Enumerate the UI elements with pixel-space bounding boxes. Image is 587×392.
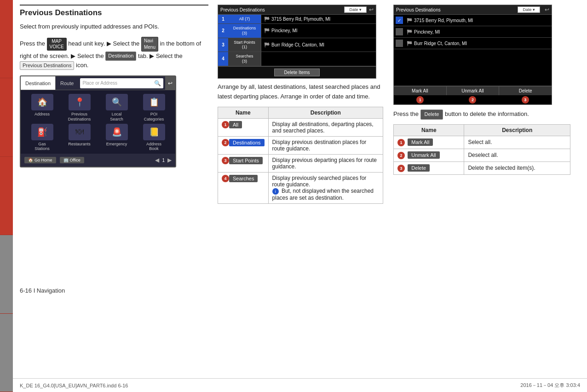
middle-desc-text: Arrange by all, latest destinations, lat… xyxy=(218,82,383,102)
right-table-col-desc: Description xyxy=(464,124,570,136)
rs-checkbox-1[interactable]: ✓ xyxy=(396,17,403,24)
nav-address-item[interactable]: 🏠 Address xyxy=(24,94,60,122)
page-number: 1 xyxy=(162,158,165,163)
table-cell-all-name: 1 All xyxy=(218,119,269,137)
rs-address-2: 🏁 Pinckney, MI xyxy=(405,28,552,36)
pds-header: Previous Destinations Date ▾ ↩ xyxy=(218,5,376,15)
nav-gas-item[interactable]: ⛽ GasStations xyxy=(24,124,60,152)
rs-footer-badges: 1 2 3 xyxy=(394,95,552,104)
back-icon[interactable]: ↩ xyxy=(165,76,175,90)
flag-icon-r3: 🏁 xyxy=(407,41,412,46)
badge-area-1: 1 xyxy=(394,96,446,104)
route-tab[interactable]: Route xyxy=(56,76,78,90)
pds-num-4: 4 xyxy=(218,52,228,66)
nav-prev-dest-item[interactable]: 📍 PreviousDestinations xyxy=(62,94,97,122)
delete-button[interactable]: Delete xyxy=(499,86,552,95)
badge-area-2: 2 xyxy=(446,96,499,104)
address-placeholder: Place or Address xyxy=(82,81,117,86)
right-table-cell-markall-desc: Select all. xyxy=(464,136,570,149)
rs-address-1: 🏁 3715 Berry Rd, Plymouth, MI xyxy=(405,16,552,25)
rs-sort-button[interactable]: Date ▾ xyxy=(518,6,540,13)
pds-tab-destinations[interactable]: Destinations(3) xyxy=(228,24,261,38)
emergency-icon: 🚨 xyxy=(106,124,128,140)
unmark-all-label: Unmark All xyxy=(408,151,439,159)
startpoints-tab-label: Start Points xyxy=(229,157,263,164)
flag-icon-1: 🏁 xyxy=(264,17,270,22)
nav-address-book-item[interactable]: 📒 AddressBook xyxy=(136,124,172,152)
press-delete-text: Press the xyxy=(393,110,420,117)
rs-checkbox-2[interactable] xyxy=(396,28,403,35)
nav-poi-item[interactable]: 📋 POICategories xyxy=(136,94,172,122)
address-label: Address xyxy=(35,112,50,117)
address-text-1: 3715 Berry Rd, Plymouth, MI xyxy=(271,17,330,22)
nav-restaurants-item[interactable]: 🍽 Restaurants xyxy=(62,124,97,152)
rs-refresh-icon[interactable]: ↩ xyxy=(545,6,549,13)
address-book-icon: 📒 xyxy=(143,124,165,140)
table-cell-search-desc: Display previously searched places for r… xyxy=(268,173,383,204)
intro-text: Select from previously inputted addresse… xyxy=(20,22,208,31)
sidebar-tab-5[interactable] xyxy=(0,314,13,392)
nav-icon-grid: 🏠 Address 📍 PreviousDestinations 🔍 Local… xyxy=(21,90,175,155)
footer-badge-1: 1 xyxy=(416,96,424,104)
local-search-icon: 🔍 xyxy=(106,94,128,110)
nav-screen-bottom: 🏠 Go Home 🏢 Office ◀ 1 ▶ xyxy=(21,154,175,167)
right-badge-3: 3 xyxy=(397,165,405,172)
delete-inline-button[interactable]: Delete xyxy=(420,110,443,120)
pds-tab-searches[interactable]: Searches(3) xyxy=(228,52,261,66)
previous-destinations-button[interactable]: Previous Destinations xyxy=(20,61,74,70)
office-button[interactable]: 🏢 Office xyxy=(60,157,84,163)
prev-dest-icon: 📍 xyxy=(69,94,91,110)
mark-all-label: Mark All xyxy=(408,138,433,146)
table-cell-all-desc: Display all destinations, departing plac… xyxy=(268,119,383,137)
pds-refresh-icon[interactable]: ↩ xyxy=(369,6,374,13)
icon-text: icon. xyxy=(76,62,88,69)
go-home-button[interactable]: 🏠 Go Home xyxy=(24,157,56,163)
sidebar-tab-1[interactable] xyxy=(0,0,13,78)
prev-page-icon[interactable]: ◀ xyxy=(155,157,159,163)
table-row-searches: 4 Searches Display previously searched p… xyxy=(218,173,383,204)
right-column: Previous Destinations Date ▾ ↩ ✓ 🏁 3715 … xyxy=(389,0,575,179)
nav-local-search-item[interactable]: 🔍 LocalSearch xyxy=(99,94,134,122)
pds-row-all: 1 All (7) 🏁 3715 Berry Rd, Plymouth, MI xyxy=(218,15,376,24)
tab-text: tab. ▶ Select the xyxy=(138,52,183,59)
address-bar[interactable]: Place or Address 🔍 xyxy=(80,78,163,88)
prev-dest-screenshot: Previous Destinations Date ▾ ↩ 1 All (7)… xyxy=(218,5,376,79)
map-voice-button[interactable]: MAPVOICE xyxy=(47,38,67,51)
pds-delete-button[interactable]: Delete Items xyxy=(218,66,376,78)
right-badge-2: 2 xyxy=(397,152,405,159)
office-icon: 🏢 xyxy=(63,158,69,162)
destination-tab[interactable]: Destination xyxy=(21,76,56,90)
address-book-label: AddressBook xyxy=(146,142,161,152)
delete-label: Delete xyxy=(408,164,430,172)
next-page-icon[interactable]: ▶ xyxy=(167,157,172,163)
right-badge-1: 1 xyxy=(397,139,405,146)
table-col-desc: Description xyxy=(268,107,383,119)
nav-emergency-item[interactable]: 🚨 Emergency xyxy=(99,124,134,152)
sidebar-tab-3[interactable] xyxy=(0,157,13,235)
pds-num-3: 3 xyxy=(218,38,228,52)
footer-file-info: K_DE 16_G4.0[USA_EU]AVN_PART6.indd 6-16 xyxy=(20,383,520,388)
address-text-2: Pinckney, MI xyxy=(271,28,298,33)
table-row-startpoints: 3 Start Points Display previous depart­i… xyxy=(218,155,383,173)
destination-tab-button[interactable]: Destination xyxy=(105,52,136,60)
sidebar-tab-2[interactable] xyxy=(0,78,13,156)
flag-icon-r2: 🏁 xyxy=(407,29,412,35)
rs-header: Previous Destinations Date ▾ ↩ xyxy=(394,5,552,15)
mark-all-button[interactable]: Mark All xyxy=(394,86,447,95)
page-ref: 6-16 I Navigation xyxy=(20,287,208,294)
unmark-all-button[interactable]: Unmark All xyxy=(447,86,500,95)
badge-2: 2 xyxy=(222,139,229,146)
page-controls: ◀ 1 ▶ xyxy=(155,157,172,163)
pds-sort-button[interactable]: Date ▾ xyxy=(344,6,367,13)
table-cell-search-name: 4 Searches xyxy=(218,173,269,204)
pds-tab-startpoints[interactable]: Start Points(1) xyxy=(228,38,261,52)
rs-row-3: 🏁 Burr Ridge Ct, Canton, MI xyxy=(394,38,552,49)
badge-4: 4 xyxy=(222,175,229,182)
poi-label: POICategories xyxy=(144,112,164,122)
navi-menu-button[interactable]: NaviMenu xyxy=(141,37,158,52)
delete-instruction: Press the Delete button to delete the in… xyxy=(393,110,570,120)
pds-tab-all[interactable]: All (7) xyxy=(228,15,261,23)
sidebar-tab-4[interactable] xyxy=(0,235,13,313)
rs-checkbox-3[interactable] xyxy=(396,40,403,47)
badge-3: 3 xyxy=(222,157,229,164)
